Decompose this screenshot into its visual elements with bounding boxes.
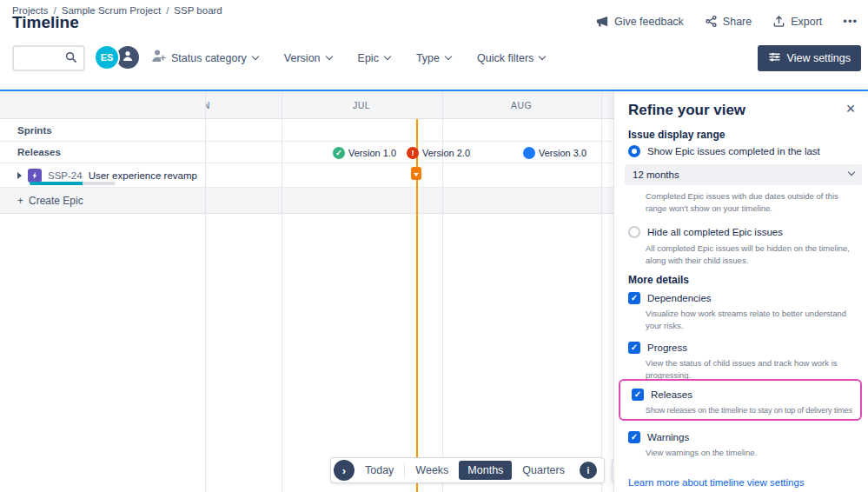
- add-people-button[interactable]: [149, 47, 167, 68]
- chevron-down-icon: [539, 53, 546, 60]
- radio-hide-completed[interactable]: Hide all completed Epic issues: [628, 226, 783, 238]
- checkbox-checked-icon[interactable]: ✓: [628, 342, 640, 354]
- megaphone-icon: [596, 15, 609, 28]
- epic-icon: [28, 169, 42, 183]
- more-options-icon[interactable]: •••: [843, 15, 858, 28]
- zoom-bar: › Today Weeks Months Quarters i: [330, 457, 605, 483]
- timeline-month-header: JUN JUL AUG: [0, 91, 613, 119]
- learn-more-link[interactable]: Learn more about timeline view settings: [628, 477, 805, 488]
- release-label: Version 3.0: [539, 148, 586, 158]
- view-settings-panel: Refine your view × Issue display range S…: [613, 91, 868, 492]
- zoom-weeks-button[interactable]: Weeks: [407, 464, 456, 476]
- releases-label: Releases: [0, 142, 613, 163]
- radio-show-completed[interactable]: Show Epic issues completed in the last: [628, 145, 820, 157]
- page-title: Timeline: [12, 13, 79, 32]
- issue-display-range-heading: Issue display range: [628, 129, 725, 141]
- hide-completed-help: All completed Epic issues will be hidden…: [646, 243, 861, 268]
- panel-title: Refine your view: [628, 102, 745, 119]
- create-epic-label: Create Epic: [29, 195, 83, 207]
- export-label: Export: [791, 16, 822, 28]
- release-done-icon: ✓: [333, 147, 345, 159]
- filter-epic[interactable]: Epic: [358, 52, 390, 64]
- completed-range-select[interactable]: 12 months: [625, 164, 862, 185]
- info-icon[interactable]: i: [580, 462, 597, 479]
- expand-chevron-icon[interactable]: [17, 172, 22, 179]
- progress-done-segment: [30, 182, 83, 185]
- month-labels: JUN JUL AUG: [206, 91, 613, 119]
- epic-bar-marker[interactable]: [411, 167, 421, 180]
- filter-quick-filters[interactable]: Quick filters: [477, 52, 545, 64]
- checkbox-warnings[interactable]: ✓ Warnings: [628, 431, 689, 443]
- today-button[interactable]: Today: [357, 464, 401, 476]
- filter-type[interactable]: Type: [416, 52, 451, 64]
- warnings-help: View warnings on the timeline.: [646, 447, 861, 459]
- share-label: Share: [723, 16, 752, 28]
- checkbox-checked-icon[interactable]: ✓: [632, 389, 644, 401]
- view-settings-button[interactable]: View settings: [758, 45, 861, 71]
- checkbox-label: Progress: [647, 342, 687, 353]
- chevron-down-icon: [848, 169, 855, 176]
- release-unreleased-icon: [523, 147, 535, 159]
- release-marker-v1[interactable]: ✓ Version 1.0: [333, 146, 396, 160]
- create-epic-row[interactable]: + Create Epic: [0, 188, 613, 214]
- create-epic-button[interactable]: + Create Epic: [0, 188, 613, 213]
- timeline-bottom-controls: › Today Weeks Months Quarters i: [330, 457, 613, 483]
- checkbox-checked-icon[interactable]: ✓: [628, 431, 640, 443]
- view-settings-label: View settings: [787, 52, 851, 64]
- chevron-down-icon: [384, 53, 391, 60]
- epic-key: SSP-24: [48, 170, 83, 181]
- show-completed-help: Completed Epic issues with due dates out…: [646, 190, 861, 216]
- checkbox-dependencies[interactable]: ✓ Dependencies: [628, 292, 712, 304]
- release-marker-v3[interactable]: Version 3.0: [523, 146, 586, 160]
- search-input[interactable]: [19, 52, 64, 64]
- filter-label: Quick filters: [477, 52, 533, 64]
- give-feedback-button[interactable]: Give feedback: [596, 15, 684, 28]
- breadcrumb-separator: /: [166, 5, 169, 16]
- zoom-quarters-button[interactable]: Quarters: [514, 464, 573, 476]
- epic-summary: User experience revamp: [89, 170, 197, 181]
- release-label: Version 2.0: [422, 148, 470, 158]
- filter-status-category[interactable]: Status category: [171, 52, 258, 64]
- close-icon[interactable]: ×: [840, 98, 861, 119]
- filter-version[interactable]: Version: [284, 52, 332, 64]
- scroll-right-button[interactable]: ›: [334, 460, 354, 481]
- radio-unselected-icon[interactable]: [628, 226, 640, 238]
- sliders-icon: [768, 50, 781, 66]
- progress-help: View the status of child issues and trac…: [646, 357, 861, 382]
- search-icon: [64, 50, 77, 67]
- chevron-down-icon: [445, 53, 452, 60]
- chevron-down-icon: [252, 53, 259, 60]
- avatar[interactable]: ES: [94, 44, 120, 70]
- timeline-grid: JUN JUL AUG Sprints Releases SSP-24 User…: [0, 91, 613, 492]
- share-icon: [705, 15, 718, 28]
- releases-row[interactable]: Releases: [0, 142, 613, 163]
- more-details-heading: More details: [628, 274, 689, 286]
- zoom-months-button[interactable]: Months: [459, 461, 512, 480]
- month-label: AUG: [504, 91, 539, 119]
- checkbox-label: Releases: [651, 389, 692, 400]
- chevron-down-icon: [325, 53, 332, 60]
- release-marker-v2[interactable]: ! Version 2.0: [407, 146, 470, 160]
- select-value: 12 months: [633, 170, 679, 180]
- sprints-label: Sprints: [0, 119, 613, 141]
- radio-label: Show Epic issues completed in the last: [647, 146, 820, 156]
- sprints-row[interactable]: Sprints: [0, 119, 613, 142]
- person-icon: [121, 49, 135, 66]
- radio-selected-icon[interactable]: [628, 145, 640, 157]
- breadcrumb-board[interactable]: SSP board: [174, 5, 222, 16]
- plus-icon: +: [17, 195, 23, 207]
- checkbox-progress[interactable]: ✓ Progress: [628, 342, 687, 354]
- dependencies-help: Visualize how work streams relate to bet…: [646, 308, 861, 333]
- export-button[interactable]: Export: [772, 15, 822, 28]
- filter-label: Status category: [171, 52, 247, 64]
- checkbox-label: Warnings: [647, 432, 689, 442]
- month-label: JUN: [206, 91, 218, 119]
- share-button[interactable]: Share: [705, 15, 752, 28]
- checkbox-label: Dependencies: [647, 293, 712, 303]
- add-person-icon: [149, 47, 167, 68]
- checkbox-checked-icon[interactable]: ✓: [628, 292, 640, 304]
- checkbox-releases[interactable]: ✓ Releases: [632, 389, 692, 401]
- search-box[interactable]: [12, 45, 85, 71]
- radio-label: Hide all completed Epic issues: [647, 227, 783, 237]
- header-actions: Give feedback Share Export •••: [596, 15, 858, 28]
